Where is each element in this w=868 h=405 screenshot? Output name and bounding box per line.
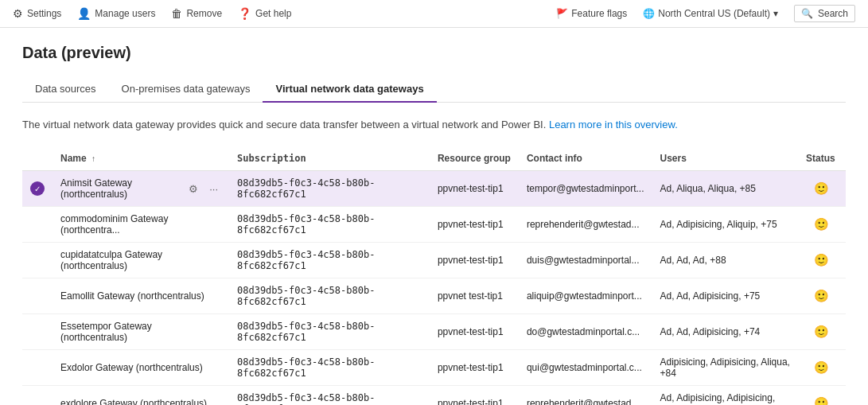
row-status: 🙂	[798, 171, 846, 207]
row-resource-group: ppvnet-test-tip1	[430, 350, 519, 386]
col-header-select	[22, 146, 53, 171]
help-icon: ❓	[238, 7, 251, 20]
row-icon-cell	[22, 314, 53, 350]
row-icon-cell	[22, 207, 53, 243]
row-contact-info: do@gwtestadminportal.c...	[519, 314, 652, 350]
topbar-right-actions: 🚩 Feature flags 🌐 North Central US (Defa…	[556, 5, 855, 22]
row-name[interactable]: commodominim Gateway (northcentra...	[53, 207, 229, 243]
settings-button[interactable]: ⚙ Settings	[13, 7, 61, 20]
col-header-status[interactable]: Status	[798, 146, 846, 171]
row-contact-info: reprehenderit@gwtestad...	[519, 207, 652, 243]
row-resource-group: ppvnet-test-tip1	[430, 243, 519, 278]
gateway-name-text: Essetempor Gateway (northcentralus)	[60, 321, 221, 343]
table-header: Name ↑ Subscription Resource group Conta…	[22, 146, 846, 171]
remove-icon: 🗑	[171, 7, 182, 20]
table-row[interactable]: exdolore Gateway (northcentralus)08d39db…	[22, 386, 846, 406]
col-header-subscription[interactable]: Subscription	[229, 146, 430, 171]
gateway-name-text: Animsit Gateway (northcentralus)	[60, 177, 179, 200]
table-row[interactable]: commodominim Gateway (northcentra...08d3…	[22, 207, 846, 243]
gateway-name-text: Exdolor Gateway (northcentralus)	[60, 362, 203, 373]
row-users: Ad, Ad, Adipisicing, +74	[652, 314, 797, 350]
chevron-down-icon: ▾	[773, 8, 778, 19]
row-contact-info: duis@gwtestadminportal...	[519, 243, 652, 278]
gear-button[interactable]: ⚙	[185, 181, 201, 197]
more-button[interactable]: ···	[206, 181, 221, 197]
page-title: Data (preview)	[22, 44, 846, 62]
row-users: Adipisicing, Adipisicing, Aliqua, +84	[652, 350, 797, 386]
manage-users-button[interactable]: 👤 Manage users	[77, 7, 155, 20]
tabs-container: Data sources On-premises data gateways V…	[22, 76, 846, 103]
gateway-name-text: exdolore Gateway (northcentralus)	[60, 398, 207, 405]
row-actions: ⚙···	[185, 181, 221, 197]
learn-more-link[interactable]: Learn more in this overview.	[549, 119, 678, 130]
row-users: Ad, Ad, Adipisicing, +75	[652, 278, 797, 314]
table-row[interactable]: Essetempor Gateway (northcentralus)08d39…	[22, 314, 846, 350]
status-icon: 🙂	[814, 181, 829, 195]
row-contact-info: qui@gwtestadminportal.c...	[519, 350, 652, 386]
row-status: 🙂	[798, 350, 846, 386]
status-icon: 🙂	[814, 325, 829, 338]
region-selector[interactable]: 🌐 North Central US (Default) ▾	[643, 8, 778, 19]
row-users: Ad, Ad, Ad, +88	[652, 243, 797, 278]
row-resource-group: ppvnet test-tip1	[430, 278, 519, 314]
table-row[interactable]: cupidatatculpa Gateway (northcentralus)0…	[22, 243, 846, 278]
row-icon-cell	[22, 350, 53, 386]
topbar-left-actions: ⚙ Settings 👤 Manage users 🗑 Remove ❓ Get…	[13, 7, 291, 20]
col-header-contact-info[interactable]: Contact info	[519, 146, 652, 171]
feature-flags-icon: 🚩	[556, 8, 568, 19]
settings-icon: ⚙	[13, 7, 23, 20]
row-users: Ad, Aliqua, Aliqua, +85	[652, 171, 797, 207]
status-icon: 🙂	[814, 253, 829, 267]
gateway-name-text: cupidatatculpa Gateway (northcentralus)	[60, 249, 221, 271]
tab-on-premises[interactable]: On-premises data gateways	[109, 76, 263, 103]
row-contact-info: tempor@gwtestadminport...	[519, 171, 652, 207]
status-icon: 🙂	[814, 217, 829, 231]
row-name[interactable]: Essetempor Gateway (northcentralus)	[53, 314, 229, 350]
row-name[interactable]: exdolore Gateway (northcentralus)	[53, 386, 229, 406]
page-content: Data (preview) Data sources On-premises …	[0, 28, 868, 405]
row-status: 🙂	[798, 278, 846, 314]
col-header-users[interactable]: Users	[652, 146, 797, 171]
search-box[interactable]: 🔍 Search	[794, 5, 855, 22]
tab-virtual-network[interactable]: Virtual network data gateways	[263, 76, 436, 103]
table-row[interactable]: Exdolor Gateway (northcentralus)08d39db5…	[22, 350, 846, 386]
remove-button[interactable]: 🗑 Remove	[171, 7, 222, 20]
gateways-table: Name ↑ Subscription Resource group Conta…	[22, 146, 846, 405]
row-resource-group: ppvnet-test-tip1	[430, 207, 519, 243]
row-subscription: 08d39db5-f0c3-4c58-b80b-8fc682cf67c1	[229, 314, 430, 350]
col-header-name[interactable]: Name ↑	[53, 146, 229, 171]
row-status: 🙂	[798, 243, 846, 278]
row-subscription: 08d39db5-f0c3-4c58-b80b-8fc682cf67c1	[229, 350, 430, 386]
row-name[interactable]: Exdolor Gateway (northcentralus)	[53, 350, 229, 386]
row-icon-cell	[22, 386, 53, 406]
status-icon: 🙂	[814, 289, 829, 302]
feature-flags-button[interactable]: 🚩 Feature flags	[556, 8, 627, 19]
row-name[interactable]: Animsit Gateway (northcentralus)⚙···	[53, 171, 229, 207]
row-subscription: 08d39db5-f0c3-4c58-b80b-8fc682cf67c1	[229, 171, 430, 207]
row-contact-info: aliquip@gwtestadminport...	[519, 278, 652, 314]
status-icon: 🙂	[814, 396, 829, 405]
row-name[interactable]: cupidatatculpa Gateway (northcentralus)	[53, 243, 229, 278]
gateway-name-text: commodominim Gateway (northcentra...	[60, 213, 221, 236]
row-users: Ad, Adipisicing, Aliquip, +75	[652, 207, 797, 243]
tab-data-sources[interactable]: Data sources	[22, 76, 109, 103]
status-icon: 🙂	[814, 360, 829, 374]
row-subscription: 08d39db5-f0c3-4c58-b80b-8fc682cf67c1	[229, 207, 430, 243]
row-subscription: 08d39db5-f0c3-4c58-b80b-8fc682cf67c1	[229, 278, 430, 314]
topbar: ⚙ Settings 👤 Manage users 🗑 Remove ❓ Get…	[0, 0, 868, 28]
get-help-button[interactable]: ❓ Get help	[238, 7, 291, 20]
row-icon-cell	[22, 243, 53, 278]
row-subscription: 08d39db5-f0c3-4c58-b80b-8fc682cf67c1	[229, 386, 430, 406]
col-header-resource-group[interactable]: Resource group	[430, 146, 519, 171]
region-icon: 🌐	[643, 8, 655, 19]
row-resource-group: ppvnet-test-tip1	[430, 171, 519, 207]
row-name[interactable]: Eamollit Gateway (northcentralus)	[53, 278, 229, 314]
table-row[interactable]: Eamollit Gateway (northcentralus)08d39db…	[22, 278, 846, 314]
table-row[interactable]: ✓Animsit Gateway (northcentralus)⚙···08d…	[22, 171, 846, 207]
row-resource-group: ppvnet-test-tip1	[430, 386, 519, 406]
row-status: 🙂	[798, 386, 846, 406]
search-icon: 🔍	[801, 8, 813, 19]
row-users: Ad, Adipisicing, Adipisicing, +103	[652, 386, 797, 406]
sort-arrow-icon: ↑	[91, 154, 95, 163]
gateway-name-text: Eamollit Gateway (northcentralus)	[60, 290, 204, 302]
